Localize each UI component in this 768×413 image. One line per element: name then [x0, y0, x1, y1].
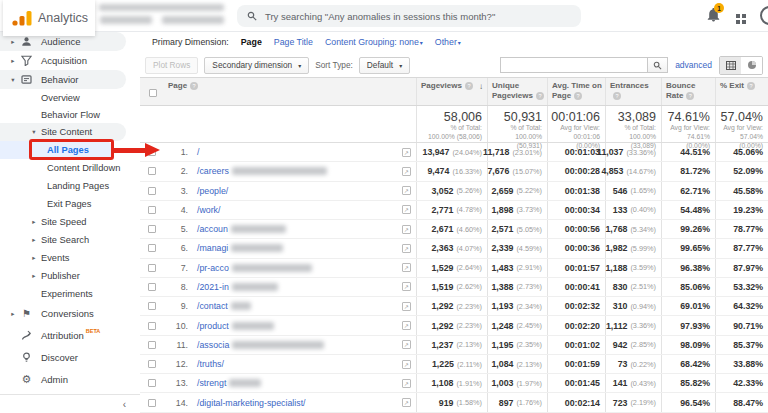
dimension-other[interactable]: Other▾: [435, 37, 461, 47]
row-checkbox[interactable]: [148, 244, 156, 252]
table-row[interactable]: 12./truths/↗ 1,225(2.11%) 1,084(2.13%) 0…: [140, 355, 768, 374]
page-link[interactable]: /careers: [197, 166, 229, 176]
plot-rows-button[interactable]: Plot Rows: [145, 57, 198, 74]
page-link[interactable]: /strengt: [197, 378, 226, 388]
sidebar-item-content-drilldown[interactable]: Content Drilldown: [0, 159, 140, 177]
external-link-icon[interactable]: ↗: [402, 167, 411, 176]
external-link-icon[interactable]: ↗: [402, 205, 411, 214]
page-link[interactable]: /accoun: [197, 224, 228, 234]
secondary-dimension-button[interactable]: Secondary dimension▾: [204, 57, 309, 74]
row-checkbox[interactable]: [148, 225, 156, 233]
table-row[interactable]: 13./strengt↗ 1,108(1.91%) 1,003(1.97%) 0…: [140, 374, 768, 393]
sidebar-item-publisher[interactable]: ▸ Publisher: [0, 267, 140, 285]
col-header-entrances[interactable]: Entrances?: [605, 78, 661, 105]
help-icon[interactable]: ?: [574, 92, 582, 100]
col-header-pct-exit[interactable]: % Exit?: [715, 78, 768, 105]
external-link-icon[interactable]: ↗: [402, 321, 411, 330]
sidebar-item-conversions[interactable]: ▸ ⚑ Conversions: [0, 303, 140, 324]
help-icon[interactable]: ?: [190, 82, 198, 90]
sort-type-button[interactable]: Default▾: [359, 57, 410, 74]
table-row[interactable]: 7./pr-acco↗ 1,529(2.64%) 1,483(2.91%) 00…: [140, 259, 768, 278]
page-link[interactable]: /2021-in: [197, 282, 229, 292]
table-row[interactable]: 3./people/↗ 3,052(5.26%) 2,659(5.22%) 00…: [140, 182, 768, 201]
col-header-avg-time[interactable]: Avg. Time on Page?: [547, 78, 605, 105]
sort-descending-icon[interactable]: ↓: [479, 82, 483, 92]
search-bar[interactable]: Try searching "Any anomalies in sessions…: [237, 5, 581, 27]
advanced-search-link[interactable]: advanced: [675, 60, 712, 70]
sidebar-item-behavior[interactable]: ▾ Behavior: [0, 70, 126, 89]
help-icon[interactable]: ?: [613, 92, 621, 100]
page-link[interactable]: /associa: [197, 340, 229, 350]
external-link-icon[interactable]: ↗: [402, 244, 411, 253]
external-link-icon[interactable]: ↗: [402, 398, 411, 407]
table-row[interactable]: 1./↗ 13,947(24.04%) 11,718(23.01%) 00:01…: [140, 143, 768, 162]
table-row[interactable]: 14./digital-marketing-specialist/↗ 919(1…: [140, 393, 768, 412]
row-checkbox[interactable]: [148, 283, 156, 291]
page-link[interactable]: /work/: [197, 205, 220, 215]
external-link-icon[interactable]: ↗: [402, 263, 411, 272]
sidebar-item-behavior-flow[interactable]: Behavior Flow: [0, 106, 140, 123]
external-link-icon[interactable]: ↗: [402, 340, 411, 349]
row-checkbox[interactable]: [148, 379, 156, 387]
sidebar-item-discover[interactable]: Discover: [0, 346, 140, 368]
sidebar-item-landing-pages[interactable]: Landing Pages: [0, 177, 140, 195]
dimension-page[interactable]: Page: [241, 37, 262, 47]
col-header-unique-pageviews[interactable]: Unique Pageviews?: [487, 78, 547, 105]
external-link-icon[interactable]: ↗: [402, 360, 411, 369]
table-row[interactable]: 6./managi↗ 2,363(4.07%) 2,339(4.59%) 00:…: [140, 239, 768, 258]
row-checkbox[interactable]: [148, 399, 156, 407]
table-view-button[interactable]: [720, 57, 741, 74]
sidebar-item-exit-pages[interactable]: Exit Pages: [0, 195, 140, 213]
avatar[interactable]: [760, 6, 768, 25]
table-row[interactable]: 9./contact↗ 1,292(2.23%) 1,193(2.34%) 00…: [140, 297, 768, 316]
row-checkbox[interactable]: [148, 302, 156, 310]
table-row[interactable]: 10./product↗ 1,292(2.23%) 1,248(2.45%) 0…: [140, 316, 768, 335]
dimension-page-title[interactable]: Page Title: [274, 37, 313, 47]
select-all-checkbox[interactable]: [149, 89, 157, 97]
sidebar-item-events[interactable]: ▸ Events: [0, 249, 140, 267]
help-icon[interactable]: ?: [747, 82, 755, 90]
external-link-icon[interactable]: ↗: [402, 379, 411, 388]
page-link[interactable]: /managi: [197, 243, 228, 253]
row-checkbox[interactable]: [148, 322, 156, 330]
sidebar-item-experiments[interactable]: Experiments: [0, 285, 140, 303]
help-icon[interactable]: ?: [686, 92, 694, 100]
table-search-input[interactable]: [500, 57, 648, 73]
row-checkbox[interactable]: [148, 341, 156, 349]
sidebar-item-overview[interactable]: Overview: [0, 89, 140, 106]
sidebar-item-admin[interactable]: ⚙ Admin: [0, 368, 140, 390]
page-link[interactable]: /pr-acco: [197, 263, 229, 273]
external-link-icon[interactable]: ↗: [402, 225, 411, 234]
table-row[interactable]: 8./2021-in↗ 1,519(2.62%) 1,388(2.73%) 00…: [140, 278, 768, 297]
page-link[interactable]: /contact: [197, 301, 228, 311]
row-checkbox[interactable]: [148, 264, 156, 272]
table-row[interactable]: 11./associa↗ 1,237(2.13%) 1,195(2.35%) 0…: [140, 336, 768, 355]
analytics-logo[interactable]: Analytics: [3, 0, 95, 36]
page-link[interactable]: /: [197, 147, 199, 157]
help-icon[interactable]: ?: [465, 82, 473, 90]
page-link[interactable]: /truths/: [197, 359, 224, 369]
sidebar-item-attribution[interactable]: Attribution BETA: [0, 324, 140, 346]
apps-grid-button[interactable]: [736, 10, 746, 28]
collapse-sidebar-icon[interactable]: ‹: [123, 399, 126, 410]
percentage-view-button[interactable]: [741, 57, 762, 74]
sidebar-item-acquisition[interactable]: ▸ Acquisition: [0, 51, 140, 70]
col-header-bounce-rate[interactable]: Bounce Rate?: [661, 78, 715, 105]
page-link[interactable]: /people/: [197, 186, 228, 196]
page-link[interactable]: /digital-marketing-specialist/: [197, 398, 306, 408]
external-link-icon[interactable]: ↗: [402, 148, 411, 157]
external-link-icon[interactable]: ↗: [402, 302, 411, 311]
dimension-content-grouping[interactable]: Content Grouping: none▾: [325, 37, 423, 47]
row-checkbox[interactable]: [148, 360, 156, 368]
col-header-page[interactable]: Page?: [164, 78, 416, 105]
row-checkbox[interactable]: [148, 206, 156, 214]
table-row[interactable]: 2./careers↗ 9,474(16.33%) 7,676(15.07%) …: [140, 162, 768, 181]
table-search-button[interactable]: [648, 57, 668, 73]
table-row[interactable]: 4./work/↗ 2,771(4.78%) 1,898(3.73%) 00:0…: [140, 201, 768, 220]
help-icon[interactable]: ?: [536, 92, 544, 100]
external-link-icon[interactable]: ↗: [402, 186, 411, 195]
sidebar-item-site-search[interactable]: ▸ Site Search: [0, 231, 140, 249]
col-header-pageviews[interactable]: Pageviews?↓: [416, 78, 487, 105]
row-checkbox[interactable]: [148, 167, 156, 175]
external-link-icon[interactable]: ↗: [402, 282, 411, 291]
